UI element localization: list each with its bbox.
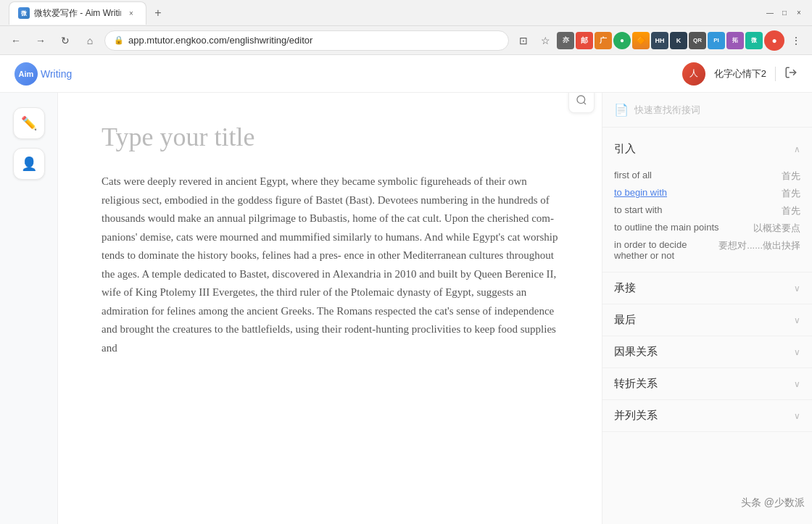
home-button[interactable]: ⌂: [80, 30, 100, 51]
back-button[interactable]: ←: [6, 30, 26, 51]
section-contrast: 转折关系 ∨: [602, 368, 812, 400]
section-parallel: 并列关系 ∨: [602, 400, 812, 432]
editor-title-placeholder[interactable]: Type your title: [102, 122, 558, 152]
logo-icon: Aim: [14, 62, 38, 86]
section-intro: 引入 ∧ first of all 首先 to begin with 首先 to…: [602, 133, 812, 273]
header-divider: [775, 67, 776, 81]
section-parallel-title: 并列关系: [614, 409, 658, 423]
tab-label: 微软爱写作 - Aim Writing: [34, 7, 121, 20]
section-transition-chevron: ∨: [794, 283, 800, 294]
main-editor[interactable]: Type your title Cats were deeply revered…: [58, 93, 602, 524]
ext-icon-6: HH: [651, 32, 668, 49]
toolbar-icons: ⊡ ☆ 亦 邮 广 ● 🔶 HH K QR PI 拓 微 ● ⋮: [513, 30, 806, 51]
section-causality: 因果关系 ∨: [602, 336, 812, 368]
phrase-en-2[interactable]: to begin with: [614, 187, 731, 198]
section-contrast-header[interactable]: 转折关系 ∨: [602, 368, 812, 399]
section-contrast-title: 转折关系: [614, 377, 658, 391]
phrase-en-5: in order to decide whether or not: [614, 239, 707, 261]
phrase-zh-3: 首先: [742, 204, 800, 217]
refresh-button[interactable]: ↻: [55, 30, 75, 51]
phrase-en-4: to outline the main points: [614, 222, 731, 233]
phrase-zh-5: 要想对......做出抉择: [718, 239, 800, 252]
logo: Aim Writing: [14, 62, 72, 86]
ext-icon-4: ●: [613, 32, 631, 49]
address-bar: ← → ↻ ⌂ 🔒 app.mtutor.engkoo.com/englishw…: [0, 26, 812, 55]
active-tab[interactable]: 微 微软爱写作 - Aim Writing ×: [9, 1, 146, 25]
minimize-btn[interactable]: —: [766, 9, 774, 17]
forward-button[interactable]: →: [30, 30, 51, 51]
phrase-search-placeholder: 快速查找衔接词: [634, 104, 700, 117]
ext-icon-8: QR: [689, 32, 706, 49]
section-finally-header[interactable]: 最后 ∨: [602, 304, 812, 336]
section-transition-title: 承接: [614, 281, 636, 295]
phrase-zh-2: 首先: [742, 187, 800, 200]
ext-icon-10: 拓: [726, 32, 744, 49]
phrase-en-3: to start with: [614, 204, 731, 215]
section-parallel-header[interactable]: 并列关系 ∨: [602, 400, 812, 431]
section-transition-header[interactable]: 承接 ∨: [602, 273, 812, 304]
panel-doc-icon: 📄: [614, 103, 629, 117]
phrase-search-bar[interactable]: 📄 快速查找衔接词: [602, 93, 812, 128]
logo-aim: Aim: [19, 70, 34, 78]
maximize-btn[interactable]: □: [780, 9, 789, 17]
app-header: Aim Writing 人 化字心情下2: [0, 55, 812, 93]
section-finally-title: 最后: [614, 313, 636, 327]
ext-icon-12: ●: [764, 30, 784, 51]
section-causality-header[interactable]: 因果关系 ∨: [602, 336, 812, 367]
svg-line-2: [584, 102, 586, 104]
logout-button[interactable]: [784, 66, 798, 82]
phrase-sections: 引入 ∧ first of all 首先 to begin with 首先 to…: [602, 128, 812, 524]
section-causality-title: 因果关系: [614, 345, 658, 359]
new-tab-button[interactable]: +: [149, 4, 167, 22]
svg-point-1: [577, 96, 585, 104]
section-intro-title: 引入: [614, 142, 636, 156]
sidebar-pencil-button[interactable]: ✏️: [13, 107, 45, 139]
lock-icon: 🔒: [114, 36, 124, 45]
phrase-row-3: to start with 首先: [614, 202, 800, 220]
section-causality-chevron: ∨: [794, 347, 800, 357]
user-avatar: 人: [682, 62, 705, 86]
ext-icon-9: PI: [708, 32, 725, 49]
section-intro-chevron: ∧: [794, 144, 800, 154]
tab-close-btn[interactable]: ×: [125, 7, 137, 19]
sidebar-person-button[interactable]: 👤: [13, 148, 45, 180]
ext-icon-2: 邮: [576, 32, 593, 49]
phrase-row-1: first of all 首先: [614, 167, 800, 185]
url-text: app.mtutor.engkoo.com/englishwriting/edi…: [128, 35, 312, 46]
person-icon: 👤: [21, 156, 37, 172]
ext-icon-5: 🔶: [632, 32, 650, 49]
section-contrast-chevron: ∨: [794, 379, 800, 389]
section-finally: 最后 ∨: [602, 304, 812, 336]
phrase-row-4: to outline the main points 以概述要点: [614, 220, 800, 237]
header-right: 人 化字心情下2: [682, 62, 798, 86]
app-layout: ✏️ 👤 Type your title Cats were deeply re…: [0, 55, 812, 524]
right-panel: 📄 快速查找衔接词 引入 ∧ first of all 首先 to begin …: [602, 93, 812, 524]
section-intro-header[interactable]: 引入 ∧: [602, 133, 812, 165]
browser-titlebar: 微 微软爱写作 - Aim Writing × + — □ ×: [0, 0, 812, 26]
close-btn[interactable]: ×: [795, 9, 803, 17]
tab-bar: 微 微软爱写作 - Aim Writing × +: [9, 1, 766, 25]
screenshot-icon[interactable]: ⊡: [513, 30, 534, 51]
more-button[interactable]: ⋮: [786, 30, 806, 51]
pencil-icon: ✏️: [21, 115, 37, 131]
section-intro-content: first of all 首先 to begin with 首先 to star…: [602, 165, 812, 272]
phrase-zh-1: 首先: [742, 170, 800, 183]
section-transition: 承接 ∨: [602, 273, 812, 304]
left-sidebar: ✏️ 👤: [0, 93, 58, 524]
user-name: 化字心情下2: [714, 67, 766, 80]
phrase-row-2[interactable]: to begin with 首先: [614, 185, 800, 202]
ext-icon-7: K: [670, 32, 687, 49]
section-finally-chevron: ∨: [794, 315, 800, 325]
url-bar[interactable]: 🔒 app.mtutor.engkoo.com/englishwriting/e…: [104, 30, 509, 51]
ext-icon-1: 亦: [557, 32, 574, 49]
bookmark-icon[interactable]: ☆: [535, 30, 555, 51]
phrase-zh-4: 以概述要点: [742, 222, 800, 235]
phrase-en-1: first of all: [614, 170, 731, 180]
window-controls: — □ ×: [766, 9, 803, 17]
tab-favicon: 微: [18, 7, 30, 19]
editor-content[interactable]: Cats were deeply revered in ancient Egyp…: [102, 172, 558, 357]
section-parallel-chevron: ∨: [794, 411, 800, 421]
ext-icon-11: 微: [745, 32, 763, 49]
phrase-row-5: in order to decide whether or not 要想对...…: [614, 237, 800, 263]
ext-icon-3: 广: [594, 32, 612, 49]
